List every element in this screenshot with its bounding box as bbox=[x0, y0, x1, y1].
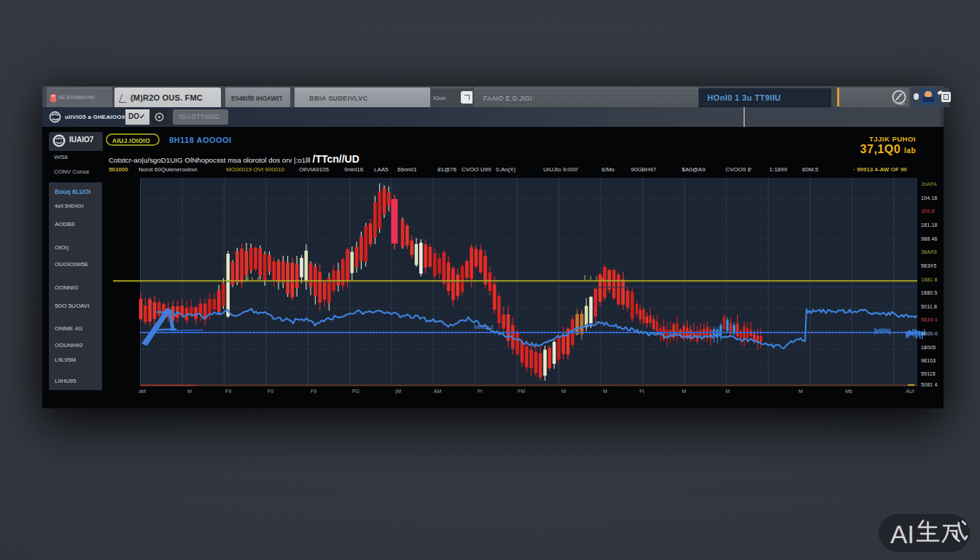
svg-text:M: M bbox=[726, 389, 730, 394]
svg-text:Mb: Mb bbox=[845, 389, 852, 394]
svg-text:M: M bbox=[798, 389, 803, 394]
svg-text:M: M bbox=[187, 389, 192, 394]
svg-text:aM: aM bbox=[139, 389, 146, 394]
svg-text:M: M bbox=[603, 389, 607, 394]
svg-text:M: M bbox=[561, 389, 566, 394]
svg-text:F9: F9 bbox=[225, 389, 231, 394]
svg-text:F9: F9 bbox=[311, 389, 316, 394]
svg-text:AM: AM bbox=[434, 389, 442, 394]
svg-text:Meuca.lt: Meuca.lt bbox=[474, 324, 494, 330]
svg-text:AUI: AUI bbox=[906, 389, 914, 394]
svg-text:M: M bbox=[682, 389, 686, 394]
svg-text:FM: FM bbox=[518, 389, 525, 394]
svg-text:Ft: Ft bbox=[478, 389, 482, 394]
svg-text:F0: F0 bbox=[268, 389, 273, 394]
svg-text:Ft: Ft bbox=[639, 389, 644, 394]
svg-text:(M: (M bbox=[395, 389, 401, 394]
svg-text:PG: PG bbox=[352, 389, 359, 394]
